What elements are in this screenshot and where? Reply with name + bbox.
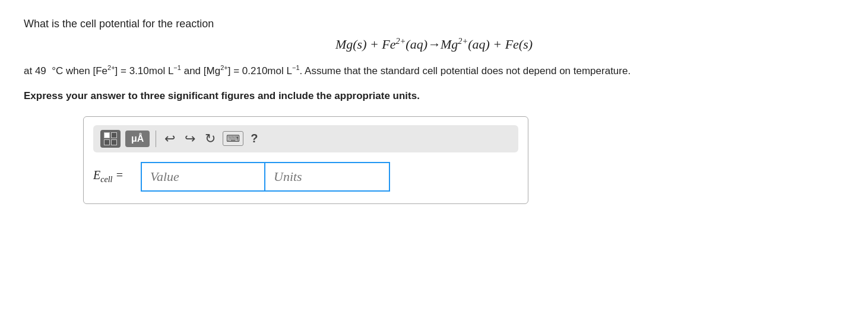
template-cell-3 <box>104 139 110 145</box>
instruction-text: Express your answer to three significant… <box>24 90 844 102</box>
refresh-button[interactable]: ↻ <box>202 130 218 148</box>
template-cell-2 <box>111 132 117 138</box>
input-row: Ecell = <box>93 162 518 192</box>
keyboard-button[interactable]: ⌨ <box>223 131 243 146</box>
question-intro: What is the cell potential for the react… <box>24 18 844 102</box>
help-icon: ? <box>251 132 258 145</box>
keyboard-icon: ⌨ <box>226 133 240 144</box>
ecell-label: Ecell = <box>93 168 135 184</box>
toolbar: μÅ ↩ ↪ ↻ ⌨ ? <box>93 125 518 152</box>
value-input[interactable] <box>141 162 265 192</box>
help-button[interactable]: ? <box>248 130 260 147</box>
answer-container: μÅ ↩ ↪ ↻ ⌨ ? Ecell = <box>83 116 528 204</box>
template-icon <box>104 132 117 145</box>
conditions-text: at 49 °C when [Fe2+] = 3.10mol L−1 and [… <box>24 63 844 79</box>
template-button[interactable] <box>100 130 121 148</box>
template-cell-4 <box>111 139 117 145</box>
units-input[interactable] <box>265 162 390 192</box>
equation-left: Mg(s) + Fe2+(aq)→Mg2+(aq) + Fe(s) <box>335 37 533 52</box>
redo-button[interactable]: ↪ <box>182 130 198 148</box>
undo-button[interactable]: ↩ <box>162 130 178 148</box>
intro-text: What is the cell potential for the react… <box>24 18 844 30</box>
mu-button[interactable]: μÅ <box>125 130 150 147</box>
template-cell-1 <box>104 132 110 138</box>
chemical-equation: Mg(s) + Fe2+(aq)→Mg2+(aq) + Fe(s) <box>24 36 844 52</box>
toolbar-separator <box>156 130 156 147</box>
